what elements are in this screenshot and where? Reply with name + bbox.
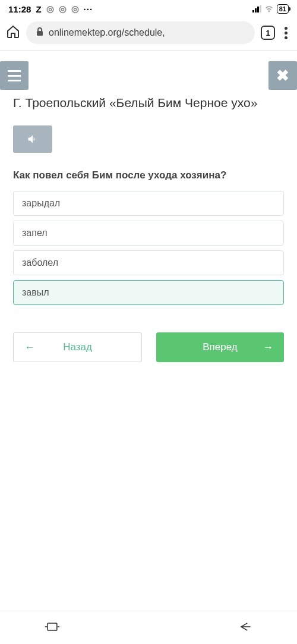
chrome-icon: ◎ <box>71 4 79 14</box>
page-title: Г. Троепольский «Белый Бим Черное ухо» <box>13 95 284 111</box>
status-bar: 11:28 Z ◎ ◎ ◎ ··· 81 <box>0 0 297 17</box>
audio-button[interactable] <box>13 125 52 153</box>
nav-row: ← Назад Вперед → <box>13 332 284 362</box>
chrome-icon: ◎ <box>46 4 54 14</box>
close-icon: ✖ <box>276 67 289 85</box>
svg-rect-0 <box>37 31 43 36</box>
wifi-icon <box>264 4 274 14</box>
battery-icon: 81 <box>277 4 289 14</box>
url-bar[interactable]: onlinemektep.org/schedule, <box>26 21 255 44</box>
options-list: зарыдал запел заболел завыл <box>13 191 284 305</box>
url-text: onlinemektep.org/schedule, <box>49 27 165 38</box>
tabs-button[interactable]: 1 <box>261 26 275 40</box>
svg-rect-1 <box>48 623 57 630</box>
option-item[interactable]: завыл <box>13 280 284 305</box>
option-item[interactable]: запел <box>13 221 284 246</box>
arrow-right-icon: → <box>263 341 273 354</box>
hamburger-icon <box>8 70 21 81</box>
recent-apps-button[interactable] <box>45 620 60 636</box>
forward-button[interactable]: Вперед → <box>156 332 284 362</box>
lock-icon <box>36 27 44 39</box>
question-text: Как повел себя Бим после ухода хозяина? <box>13 169 284 181</box>
back-button[interactable]: ← Назад <box>13 332 142 362</box>
device-nav-bar <box>0 611 297 644</box>
option-item[interactable]: заболел <box>13 250 284 275</box>
option-item[interactable]: зарыдал <box>13 191 284 216</box>
more-indicator: ··· <box>84 4 93 14</box>
chrome-icon: ◎ <box>59 4 67 14</box>
browser-menu-button[interactable] <box>281 27 291 39</box>
status-app-indicator: Z <box>36 4 41 14</box>
speaker-icon <box>26 133 39 145</box>
menu-button[interactable] <box>0 61 29 90</box>
close-button[interactable]: ✖ <box>268 61 297 90</box>
back-nav-button[interactable] <box>237 620 252 636</box>
home-icon[interactable] <box>6 24 20 41</box>
status-time: 11:28 <box>8 4 31 14</box>
page-content: ✖ Г. Троепольский «Белый Бим Черное ухо»… <box>0 51 297 611</box>
arrow-left-icon: ← <box>24 341 35 354</box>
back-label: Назад <box>63 341 92 353</box>
signal-icon <box>252 5 261 12</box>
browser-bar: onlinemektep.org/schedule, 1 <box>0 17 297 51</box>
forward-label: Вперед <box>203 341 237 353</box>
